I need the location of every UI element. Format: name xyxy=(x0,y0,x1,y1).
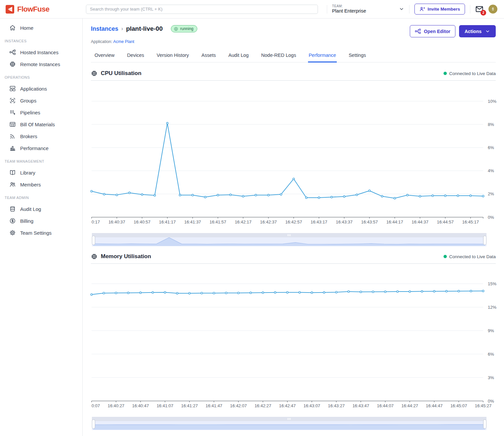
data-point[interactable] xyxy=(305,197,307,198)
data-point[interactable] xyxy=(457,195,459,196)
data-point[interactable] xyxy=(164,292,166,293)
data-point[interactable] xyxy=(421,291,423,292)
breadcrumb-instances-link[interactable]: Instances xyxy=(91,25,118,32)
team-selector[interactable]: TEAM: Plant Enterprise xyxy=(332,4,404,14)
actions-button[interactable]: Actions xyxy=(459,25,496,37)
brush-handle-left[interactable] xyxy=(92,420,95,429)
data-point[interactable] xyxy=(372,291,374,293)
sidebar-item-applications[interactable]: Applications xyxy=(0,83,82,95)
data-point[interactable] xyxy=(238,292,239,294)
data-point[interactable] xyxy=(419,195,421,197)
sidebar-item-audit-log[interactable]: Audit Log xyxy=(0,203,82,215)
data-point[interactable] xyxy=(384,291,386,293)
sidebar-item-billing[interactable]: Billing xyxy=(0,215,82,227)
flowfuse-logo[interactable]: FlowFuse xyxy=(0,5,83,14)
brush-handle-right[interactable] xyxy=(484,420,486,429)
cpu-chart-range-slider[interactable] xyxy=(92,233,486,246)
brush-handle-right[interactable] xyxy=(484,236,486,245)
data-point[interactable] xyxy=(217,194,219,196)
brush-grip[interactable] xyxy=(289,418,290,420)
data-point[interactable] xyxy=(318,197,320,198)
data-point[interactable] xyxy=(432,195,433,196)
data-point[interactable] xyxy=(407,194,408,196)
tab-assets[interactable]: Assets xyxy=(201,49,217,62)
cpu-utilisation-chart[interactable]: 0%2%4%6%8%10%0:1716:40:3716:40:5716:41:1… xyxy=(91,83,496,226)
team-search-input[interactable] xyxy=(86,5,318,14)
data-point[interactable] xyxy=(381,195,383,197)
data-point[interactable] xyxy=(192,194,193,196)
data-point[interactable] xyxy=(115,292,117,294)
data-point[interactable] xyxy=(250,292,252,294)
data-point[interactable] xyxy=(176,293,178,294)
tab-overview[interactable]: Overview xyxy=(94,49,115,62)
data-point[interactable] xyxy=(204,196,206,198)
data-point[interactable] xyxy=(262,292,264,294)
data-point[interactable] xyxy=(482,195,484,197)
data-point[interactable] xyxy=(409,291,410,292)
data-point[interactable] xyxy=(280,193,282,195)
data-point[interactable] xyxy=(152,292,153,293)
tab-performance[interactable]: Performance xyxy=(308,49,337,62)
tab-audit-log[interactable]: Audit Log xyxy=(228,49,249,62)
data-point[interactable] xyxy=(482,290,484,292)
sidebar-item-bill-of-materials[interactable]: Bill Of Materials xyxy=(0,118,82,130)
data-point[interactable] xyxy=(458,290,459,292)
data-point[interactable] xyxy=(343,196,345,197)
sidebar-item-home[interactable]: Home xyxy=(0,22,82,34)
sidebar-item-brokers[interactable]: Brokers xyxy=(0,130,82,142)
data-point[interactable] xyxy=(230,194,231,196)
open-editor-button[interactable]: Open Editor xyxy=(410,25,455,37)
data-point[interactable] xyxy=(348,291,349,292)
brush-handle-left[interactable] xyxy=(92,236,95,245)
data-point[interactable] xyxy=(103,292,104,294)
data-point[interactable] xyxy=(91,190,92,192)
sidebar-item-performance[interactable]: Performance xyxy=(0,142,82,154)
data-point[interactable] xyxy=(394,197,396,199)
data-point[interactable] xyxy=(323,292,325,293)
data-point[interactable] xyxy=(129,192,130,194)
data-point[interactable] xyxy=(360,291,362,293)
data-point[interactable] xyxy=(167,122,168,124)
data-point[interactable] xyxy=(179,194,181,196)
data-point[interactable] xyxy=(154,194,155,196)
data-point[interactable] xyxy=(116,194,118,196)
data-point[interactable] xyxy=(335,291,337,293)
memory-utilisation-chart[interactable]: 0%3%6%9%12%15%0:0716:40:2716:40:4716:41:… xyxy=(91,266,496,410)
data-point[interactable] xyxy=(470,195,471,196)
sidebar-item-remote-instances[interactable]: Remote Instances xyxy=(0,58,82,70)
data-point[interactable] xyxy=(356,194,358,196)
sidebar-item-team-settings[interactable]: Team Settings xyxy=(0,227,82,239)
sidebar-item-hosted-instances[interactable]: Hosted Instances xyxy=(0,46,82,58)
data-point[interactable] xyxy=(255,194,256,196)
data-point[interactable] xyxy=(368,190,370,191)
data-point[interactable] xyxy=(470,290,472,292)
data-point[interactable] xyxy=(293,178,294,180)
data-point[interactable] xyxy=(242,195,244,197)
data-point[interactable] xyxy=(274,292,276,293)
application-link[interactable]: Acme Plant xyxy=(113,39,134,44)
tab-version-history[interactable]: Version History xyxy=(156,49,190,62)
notifications-button[interactable]: 2 xyxy=(475,5,484,13)
tab-node-red-logs[interactable]: Node-RED Logs xyxy=(260,49,297,62)
sidebar-item-pipelines[interactable]: Pipelines xyxy=(0,106,82,118)
data-point[interactable] xyxy=(225,292,227,294)
data-point[interactable] xyxy=(331,196,332,198)
memory-chart-range-slider[interactable] xyxy=(92,417,486,430)
brush-grip[interactable] xyxy=(288,234,288,236)
data-point[interactable] xyxy=(267,194,269,196)
data-point[interactable] xyxy=(287,292,288,293)
avatar[interactable]: fl xyxy=(488,5,497,14)
invite-members-button[interactable]: Invite Members xyxy=(414,4,465,15)
sidebar-item-groups[interactable]: Groups xyxy=(0,95,82,106)
data-point[interactable] xyxy=(397,291,398,292)
sidebar-item-library[interactable]: Library xyxy=(0,167,82,178)
data-point[interactable] xyxy=(299,292,300,293)
data-point[interactable] xyxy=(189,293,190,294)
data-point[interactable] xyxy=(103,193,105,195)
data-point[interactable] xyxy=(201,292,203,294)
brush-grip[interactable] xyxy=(290,234,291,236)
brush-grip[interactable] xyxy=(290,418,291,420)
data-point[interactable] xyxy=(311,292,313,294)
tab-settings[interactable]: Settings xyxy=(348,49,367,62)
data-point[interactable] xyxy=(213,292,215,294)
